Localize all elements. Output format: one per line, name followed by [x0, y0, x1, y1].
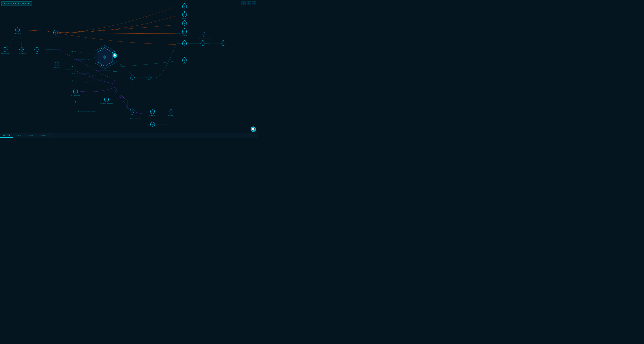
svg-text:YEAR: YEAR [36, 53, 38, 54]
svg-marker-16 [16, 28, 20, 32]
toolbar-expand-btn[interactable]: ⊡ [247, 1, 251, 5]
svg-point-79 [150, 77, 152, 78]
svg-point-78 [146, 77, 148, 78]
run-mode-badge: You are now in run mode [1, 1, 32, 6]
svg-point-83 [150, 111, 151, 112]
svg-point-107 [182, 23, 183, 24]
svg-text:POCS: POCS [183, 63, 186, 65]
svg-point-102 [182, 15, 183, 15]
svg-point-124 [202, 40, 204, 41]
svg-text:GENERATE-YEARS: GENERATE-YEARS [1, 53, 10, 54]
svg-marker-136 [182, 58, 186, 63]
svg-point-30 [20, 49, 20, 50]
svg-text:CWE: CWE [184, 26, 186, 28]
svg-point-40 [55, 64, 56, 64]
svg-point-109 [184, 28, 185, 29]
svg-point-74 [134, 77, 135, 78]
svg-text:✕: ✕ [202, 43, 204, 44]
svg-text:RAW: RAW [74, 81, 76, 82]
svg-point-59 [104, 99, 105, 100]
svg-text:FFUF: FFUF [113, 71, 117, 73]
svg-text:USER-AGENT: MOZILLA/WINDO...: USER-AGENT: MOZILLA/WINDO... [74, 73, 91, 74]
tab-stdout[interactable]: STDOUT [25, 133, 38, 137]
node-clone-cvelist: ✕ CLONE-CVELIST [14, 28, 22, 34]
svg-point-113 [186, 31, 187, 32]
svg-text:GIT-PUSH: GIT-PUSH [221, 47, 226, 48]
tab-stderr[interactable]: STDERR [38, 133, 50, 137]
svg-marker-52 [74, 89, 78, 94]
svg-text:ψ: ψ [104, 55, 106, 60]
svg-point-142 [182, 23, 183, 24]
svg-point-18 [19, 30, 20, 30]
svg-point-11 [114, 63, 116, 64]
svg-point-127 [200, 43, 202, 44]
svg-marker-86 [169, 109, 173, 114]
svg-marker-33 [35, 47, 39, 52]
svg-text:✕: ✕ [152, 111, 153, 113]
svg-point-9 [104, 47, 105, 48]
svg-point-121 [182, 43, 183, 44]
svg-text:✕: ✕ [17, 29, 18, 31]
svg-text:ANEW: ANEW [148, 80, 150, 82]
svg-point-51 [72, 80, 72, 81]
svg-point-35 [34, 49, 36, 50]
svg-point-130 [222, 40, 224, 41]
svg-text:GENERATE-READMES: GENERATE-READMES [198, 47, 208, 48]
svg-point-63 [78, 111, 79, 112]
svg-point-70 [130, 118, 131, 119]
toolbar: ⊞ ⊡ ✕ [242, 1, 256, 5]
svg-text:✕: ✕ [184, 6, 185, 8]
svg-point-135 [184, 57, 185, 58]
svg-text:FUZZ: FUZZ [74, 51, 76, 52]
svg-marker-28 [20, 47, 24, 52]
toolbar-grid-btn[interactable]: ⊞ [242, 1, 246, 5]
svg-point-97 [182, 6, 183, 7]
svg-point-44 [72, 51, 72, 52]
svg-text:✕: ✕ [152, 124, 153, 125]
svg-point-66 [130, 110, 131, 111]
svg-point-26 [7, 49, 8, 50]
svg-text:CLONE-CVELIST: CLONE-CVELIST [14, 33, 22, 34]
tab-command[interactable]: COMMAND [0, 133, 13, 137]
svg-text:RAW: RAW [74, 66, 76, 68]
svg-text:README.SH: README.SH [182, 10, 187, 11]
svg-point-14 [112, 53, 117, 58]
svg-point-47 [72, 66, 72, 67]
svg-text:✕: ✕ [171, 111, 172, 113]
svg-text:GITHUB-ZIP: GITHUB-ZIP [168, 115, 174, 116]
svg-point-56 [75, 101, 76, 103]
svg-point-99 [184, 11, 185, 12]
svg-text:✕: ✕ [36, 49, 38, 51]
svg-marker-38 [55, 62, 59, 66]
svg-text:✕: ✕ [148, 77, 150, 78]
svg-text:✕: ✕ [55, 32, 56, 34]
tab-output[interactable]: OUTPUT [13, 133, 25, 137]
toolbar-close-btn[interactable]: ✕ [252, 1, 256, 5]
svg-text:✕: ✕ [184, 31, 185, 33]
svg-text:✕: ✕ [5, 49, 6, 51]
svg-text:GPX-XXXXXXXXXXXXXXXXXXXXXXXX..: GPX-XXXXXXXXXXXXXXXXXXXXXXXX... [80, 111, 98, 112]
svg-marker-81 [150, 109, 155, 114]
svg-marker-131 [221, 41, 225, 46]
svg-text:✕: ✕ [57, 63, 58, 65]
svg-marker-90 [150, 122, 155, 127]
svg-text:SED-ADD-AT-BEGINNING: SED-ADD-AT-BEGINNING [100, 103, 112, 104]
svg-text:✕: ✕ [106, 99, 107, 101]
svg-point-36 [38, 49, 40, 50]
svg-text:VERSION: VERSION [182, 35, 187, 36]
svg-text:GET-REFERENCES: GET-REFERENCES [71, 95, 80, 96]
svg-marker-105 [182, 21, 186, 26]
svg-point-128 [204, 43, 206, 44]
svg-text:GITHUB-POCS: GITHUB-POCS [149, 115, 156, 116]
svg-marker-20 [53, 30, 57, 35]
svg-point-29 [21, 49, 23, 50]
svg-point-31 [24, 49, 24, 50]
svg-marker-115 [202, 32, 206, 37]
svg-text:✕: ✕ [184, 60, 185, 61]
chat-button[interactable] [250, 126, 256, 132]
svg-point-60 [108, 99, 109, 100]
svg-text:✕: ✕ [132, 110, 133, 112]
svg-marker-76 [147, 75, 151, 80]
svg-text:PRODUCT: PRODUCT [182, 18, 187, 19]
svg-text:✕: ✕ [184, 43, 185, 44]
